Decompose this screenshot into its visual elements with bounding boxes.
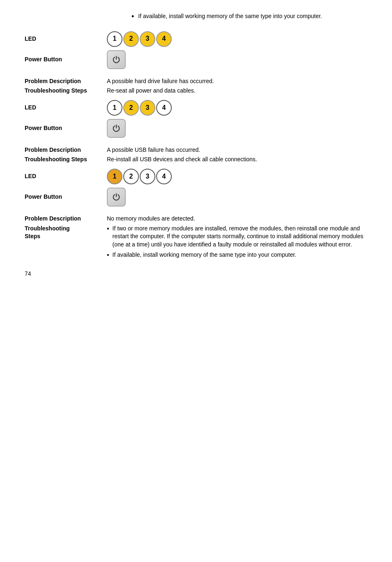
- trouble-item-2-text: If available, install working memory of …: [113, 251, 296, 259]
- power-btn-3: [107, 188, 126, 207]
- intro-bullet: • If available, install working memory o…: [131, 12, 367, 21]
- led-icons-2: 1 2 3 4: [107, 100, 173, 116]
- power-symbol-1: [112, 55, 121, 64]
- trouble-text-1: Re-seat all power and data cables.: [107, 87, 196, 95]
- led-row-3: LED 1 2 3 4: [25, 169, 367, 184]
- power-btn-1: [107, 50, 126, 69]
- led-label-2: LED: [25, 104, 107, 112]
- problem-label-3: Problem Description: [25, 215, 107, 223]
- trouble-item-1: If two or more memory modules are instal…: [107, 225, 367, 249]
- power-btn-2: [107, 119, 126, 138]
- section-2: LED 1 2 3 4 Power Button Problem Descrip…: [25, 100, 367, 164]
- power-label-2: Power Button: [25, 124, 107, 132]
- trouble-item-1-text: If two or more memory modules are instal…: [113, 225, 367, 249]
- problem-label-2: Problem Description: [25, 146, 107, 154]
- problem-desc-row-2: Problem Description A possible USB failu…: [25, 146, 367, 154]
- trouble-label-3b: Steps: [25, 233, 40, 239]
- led-1-1: 1: [107, 31, 122, 47]
- led-3-3: 3: [140, 169, 155, 184]
- power-row-2: Power Button: [25, 119, 367, 138]
- trouble-row-1: Troubleshooting Steps Re-seat all power …: [25, 87, 367, 95]
- led-2-2: 2: [123, 100, 139, 116]
- problem-text-3: No memory modules are detected.: [107, 215, 195, 223]
- power-button-icon-1: [107, 50, 126, 69]
- problem-label-1: Problem Description: [25, 77, 107, 86]
- led-2-3: 3: [140, 100, 155, 116]
- led-2-1: 1: [107, 100, 122, 116]
- page-number: 74: [25, 270, 367, 278]
- led-icons-3: 1 2 3 4: [107, 169, 173, 184]
- trouble-label-3a: Troubleshooting: [25, 225, 70, 232]
- problem-desc-row-1: Problem Description A possible hard driv…: [25, 77, 367, 86]
- trouble-label-2: Troubleshooting Steps: [25, 156, 107, 164]
- led-row-2: LED 1 2 3 4: [25, 100, 367, 116]
- power-button-icon-3: [107, 188, 126, 207]
- trouble-list-3: If two or more memory modules are instal…: [107, 225, 367, 262]
- problem-text-2: A possible USB failure has occurred.: [107, 146, 200, 154]
- power-symbol-2: [112, 124, 121, 133]
- power-button-icon-2: [107, 119, 126, 138]
- led-label-1: LED: [25, 35, 107, 43]
- power-label-3: Power Button: [25, 193, 107, 201]
- trouble-item-2: If available, install working memory of …: [107, 251, 367, 259]
- problem-text-1: A possible hard drive failure has occurr…: [107, 77, 214, 86]
- problem-desc-row-3: Problem Description No memory modules ar…: [25, 215, 367, 223]
- led-3-1: 1: [107, 169, 122, 184]
- trouble-text-2: Re-install all USB devices and check all…: [107, 156, 257, 164]
- led-2-4: 4: [156, 100, 172, 116]
- power-row-3: Power Button: [25, 188, 367, 207]
- led-1-2: 2: [123, 31, 139, 47]
- power-row-1: Power Button: [25, 50, 367, 69]
- trouble-items-list: If two or more memory modules are instal…: [107, 225, 367, 259]
- led-1-3: 3: [140, 31, 155, 47]
- trouble-label-1: Troubleshooting Steps: [25, 87, 107, 95]
- led-icons-1: 1 2 3 4: [107, 31, 173, 47]
- bullet-point: •: [131, 12, 134, 21]
- led-1-4: 4: [156, 31, 172, 47]
- power-symbol-3: [112, 193, 121, 202]
- intro-text: If available, install working memory of …: [138, 12, 322, 21]
- led-3-2: 2: [123, 169, 139, 184]
- power-label-1: Power Button: [25, 56, 107, 64]
- trouble-row-2: Troubleshooting Steps Re-install all USB…: [25, 156, 367, 164]
- trouble-row-3: Troubleshooting Steps If two or more mem…: [25, 225, 367, 262]
- led-label-3: LED: [25, 172, 107, 181]
- led-3-4: 4: [156, 169, 172, 184]
- section-3: LED 1 2 3 4 Power Button Problem Descrip…: [25, 169, 367, 262]
- led-row-1: LED 1 2 3 4: [25, 31, 367, 47]
- section-1: LED 1 2 3 4 Power Button Problem Descrip…: [25, 31, 367, 95]
